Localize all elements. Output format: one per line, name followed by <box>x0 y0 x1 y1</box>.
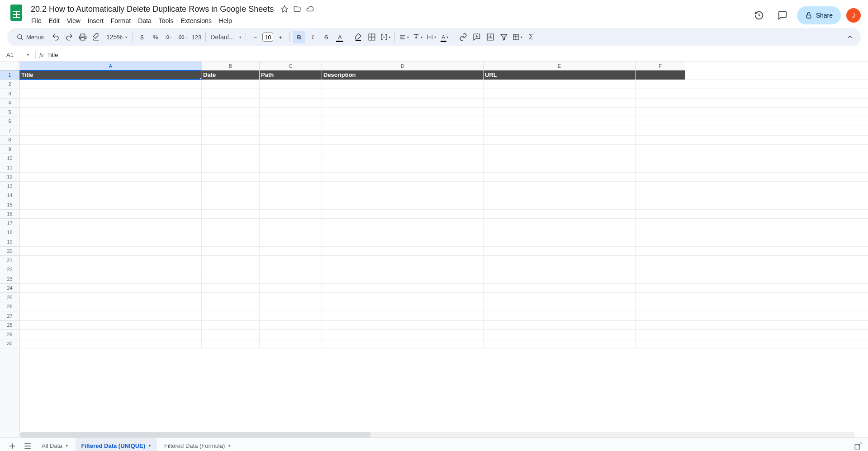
cell[interactable] <box>322 284 484 293</box>
cell[interactable] <box>20 302 202 311</box>
cell[interactable] <box>202 256 260 265</box>
cell[interactable] <box>20 228 202 237</box>
cell[interactable] <box>636 191 685 200</box>
merge-cells-button[interactable] <box>379 31 392 43</box>
cell[interactable] <box>484 339 636 348</box>
cell[interactable] <box>202 200 260 209</box>
col-header-D[interactable]: D <box>322 61 484 70</box>
cell[interactable] <box>202 293 260 302</box>
menu-data[interactable]: Data <box>135 16 155 25</box>
row-header[interactable]: 29 <box>0 330 19 339</box>
cell[interactable] <box>202 117 260 126</box>
row-header[interactable]: 3 <box>0 89 19 99</box>
cell[interactable] <box>260 173 322 182</box>
cell[interactable] <box>20 247 202 256</box>
row-header[interactable]: 14 <box>0 191 19 201</box>
vertical-align-button[interactable] <box>411 31 424 43</box>
row-header[interactable]: 16 <box>0 210 19 219</box>
row-header[interactable]: 27 <box>0 311 19 321</box>
cell[interactable] <box>322 219 484 228</box>
cell[interactable] <box>636 293 685 302</box>
cell[interactable] <box>636 145 685 154</box>
cell[interactable] <box>202 237 260 246</box>
currency-button[interactable]: $ <box>136 31 148 43</box>
menu-help[interactable]: Help <box>216 16 235 25</box>
cell[interactable] <box>20 191 202 200</box>
col-header-E[interactable]: E <box>484 61 636 70</box>
cell[interactable] <box>484 108 636 117</box>
row-header[interactable]: 6 <box>0 117 19 127</box>
document-title[interactable]: 20.2 How to Automatically Delete Duplica… <box>28 4 276 15</box>
cell[interactable] <box>260 136 322 145</box>
cell[interactable] <box>322 173 484 182</box>
cell[interactable]: Date <box>202 70 260 80</box>
cell[interactable] <box>202 284 260 293</box>
cell[interactable] <box>202 173 260 182</box>
decrease-fontsize-button[interactable]: − <box>249 31 261 43</box>
cell[interactable] <box>260 330 322 339</box>
share-button[interactable]: Share <box>797 6 841 24</box>
cell[interactable] <box>202 154 260 163</box>
undo-button[interactable] <box>49 31 62 43</box>
cloud-status-icon[interactable] <box>305 5 314 14</box>
cell[interactable] <box>484 99 636 108</box>
col-header-F[interactable]: F <box>636 61 685 70</box>
cell[interactable] <box>484 117 636 126</box>
row-header[interactable]: 25 <box>0 293 19 302</box>
cell[interactable] <box>322 330 484 339</box>
row-header[interactable]: 11 <box>0 163 19 173</box>
cell[interactable] <box>484 145 636 154</box>
cell[interactable] <box>636 247 685 256</box>
cell[interactable] <box>260 200 322 209</box>
account-avatar[interactable]: J <box>846 8 861 23</box>
cell[interactable] <box>260 302 322 311</box>
comments-icon[interactable] <box>773 6 792 24</box>
cell[interactable] <box>202 182 260 191</box>
cell[interactable] <box>484 256 636 265</box>
cell[interactable] <box>20 117 202 126</box>
cell[interactable] <box>260 99 322 108</box>
cell[interactable] <box>20 99 202 108</box>
menu-tools[interactable]: Tools <box>156 16 177 25</box>
row-header[interactable]: 13 <box>0 182 19 191</box>
cell[interactable] <box>322 182 484 191</box>
cell[interactable] <box>322 247 484 256</box>
cell[interactable] <box>322 228 484 237</box>
cell[interactable] <box>260 191 322 200</box>
cell[interactable] <box>260 117 322 126</box>
cell[interactable] <box>260 163 322 172</box>
menu-extensions[interactable]: Extensions <box>177 16 214 25</box>
cell[interactable] <box>322 154 484 163</box>
cell[interactable] <box>260 145 322 154</box>
cell[interactable]: URL <box>484 70 636 80</box>
cell[interactable] <box>322 136 484 145</box>
print-button[interactable] <box>76 31 89 43</box>
row-header[interactable]: 1 <box>0 70 20 80</box>
cell[interactable] <box>202 126 260 135</box>
row-header[interactable]: 24 <box>0 284 19 293</box>
cell[interactable] <box>20 108 202 117</box>
cell[interactable] <box>202 163 260 172</box>
cell[interactable] <box>636 228 685 237</box>
cell[interactable] <box>636 70 685 80</box>
cell[interactable] <box>484 247 636 256</box>
cell[interactable] <box>484 191 636 200</box>
sheets-logo[interactable] <box>7 4 25 22</box>
cell[interactable]: Path <box>260 70 322 80</box>
cell[interactable] <box>20 293 202 302</box>
cell[interactable] <box>202 191 260 200</box>
cell[interactable] <box>202 302 260 311</box>
cell[interactable] <box>322 311 484 320</box>
cell[interactable] <box>636 163 685 172</box>
filter-views-button[interactable] <box>511 31 524 43</box>
cell[interactable] <box>20 219 202 228</box>
cell[interactable] <box>484 293 636 302</box>
cell[interactable] <box>484 265 636 274</box>
cell[interactable] <box>202 247 260 256</box>
insert-link-button[interactable] <box>457 31 470 43</box>
cell[interactable] <box>636 126 685 135</box>
row-header[interactable]: 15 <box>0 200 19 210</box>
cell[interactable] <box>322 145 484 154</box>
cell[interactable] <box>636 284 685 293</box>
cell[interactable] <box>484 237 636 246</box>
